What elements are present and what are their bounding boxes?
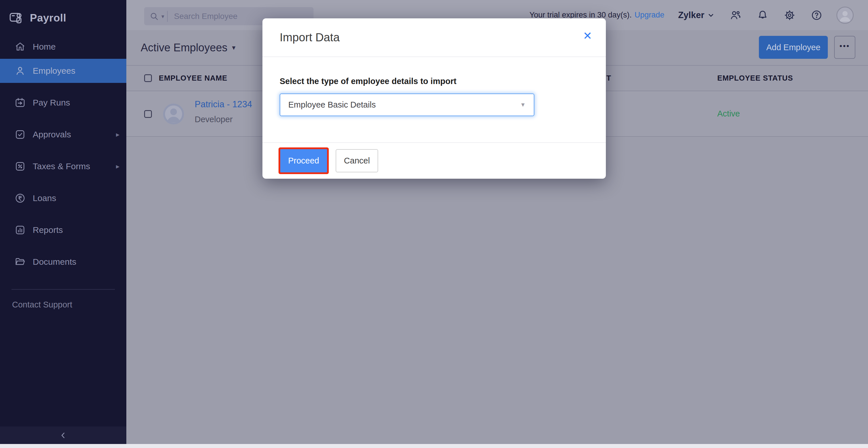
chevron-left-icon — [59, 431, 67, 440]
avatar-silhouette-icon — [837, 7, 853, 23]
app-root: Payroll Home Employees Pay Runs — [0, 0, 868, 448]
cancel-button[interactable]: Cancel — [336, 149, 378, 172]
avatar-silhouette-icon — [163, 104, 184, 125]
pay-runs-icon — [14, 97, 26, 108]
sidebar-item-label: Taxes & Forms — [33, 162, 90, 171]
approvals-icon — [14, 129, 26, 140]
modal-body: Select the type of employee details to i… — [262, 57, 606, 142]
bottom-strip — [0, 444, 868, 448]
proceed-button[interactable]: Proceed — [280, 149, 327, 172]
sidebar-item-approvals[interactable]: Approvals ▸ — [0, 123, 126, 146]
sidebar-item-taxes-forms[interactable]: Taxes & Forms ▸ — [0, 154, 126, 178]
column-header-partial: T — [607, 66, 611, 91]
sidebar-nav: Home Employees Pay Runs Approvals — [0, 35, 126, 274]
settings-button[interactable] — [783, 9, 796, 21]
employees-icon — [14, 65, 26, 77]
users-icon — [730, 9, 742, 21]
sidebar-item-label: Pay Runs — [33, 98, 70, 108]
sidebar-item-loans[interactable]: Loans — [0, 186, 126, 210]
search-scope-caret-icon[interactable]: ▾ — [161, 13, 164, 20]
sidebar-item-documents[interactable]: Documents — [0, 250, 126, 274]
brand-name: Payroll — [30, 12, 66, 24]
sidebar-item-label: Home — [33, 42, 56, 51]
import-data-modal: Import Data ✕ Select the type of employe… — [262, 19, 606, 179]
search-divider — [167, 11, 168, 22]
modal-footer: Proceed Cancel — [262, 142, 606, 179]
sidebar-item-reports[interactable]: Reports — [0, 218, 126, 242]
select-caret-icon: ▼ — [520, 102, 526, 108]
payroll-logo-icon — [9, 11, 24, 26]
sidebar-item-label: Approvals — [33, 130, 71, 139]
caret-down-icon: ▾ — [232, 44, 236, 51]
sidebar-item-home[interactable]: Home — [0, 35, 126, 59]
chevron-right-icon: ▸ — [116, 162, 119, 170]
taxes-forms-icon — [14, 161, 26, 172]
employee-status-badge: Active — [717, 91, 740, 136]
import-type-label: Select the type of employee details to i… — [280, 77, 589, 86]
org-switcher[interactable]: Zylker — [678, 10, 715, 20]
employee-role: Developer — [195, 115, 232, 124]
loans-icon — [14, 193, 26, 204]
add-employee-button[interactable]: Add Employee — [759, 36, 828, 59]
home-icon — [14, 41, 26, 53]
view-selector[interactable]: Active Employees ▾ — [141, 30, 236, 65]
app-logo: Payroll — [0, 0, 126, 29]
ellipsis-icon: ••• — [840, 42, 850, 50]
employee-name-link[interactable]: Patricia - 1234 — [195, 99, 252, 110]
user-avatar[interactable] — [836, 7, 854, 24]
sidebar-divider — [11, 289, 115, 290]
contact-support-link[interactable]: Contact Support — [12, 300, 72, 309]
reports-icon — [14, 224, 26, 236]
help-icon — [811, 9, 823, 21]
sidebar: Payroll Home Employees Pay Runs — [0, 0, 126, 448]
search-icon — [149, 11, 159, 21]
page-title: Active Employees — [141, 42, 227, 54]
sidebar-item-label: Loans — [33, 193, 56, 203]
sidebar-item-pay-runs[interactable]: Pay Runs — [0, 91, 126, 115]
notifications-button[interactable] — [756, 9, 769, 21]
column-header-employee-status[interactable]: EMPLOYEE STATUS — [717, 66, 793, 91]
row-checkbox[interactable] — [144, 110, 152, 118]
employee-avatar — [163, 104, 184, 125]
sidebar-item-label: Employees — [33, 66, 75, 76]
column-header-employee-name[interactable]: EMPLOYEE NAME — [159, 66, 227, 91]
bell-icon — [756, 9, 769, 21]
sidebar-item-employees[interactable]: Employees — [0, 59, 126, 83]
documents-icon — [14, 256, 26, 268]
org-name: Zylker — [678, 10, 704, 20]
gear-icon — [783, 9, 796, 21]
select-all-checkbox[interactable] — [144, 74, 152, 82]
users-button[interactable] — [730, 9, 742, 21]
import-type-select[interactable]: Employee Basic Details ▼ — [280, 94, 534, 116]
modal-title: Import Data — [280, 31, 340, 44]
sidebar-collapse-button[interactable] — [0, 426, 126, 444]
modal-header: Import Data ✕ — [262, 19, 606, 57]
sidebar-item-label: Documents — [33, 257, 76, 267]
chevron-right-icon: ▸ — [116, 131, 119, 139]
sidebar-item-label: Reports — [33, 225, 63, 235]
import-type-selected-value: Employee Basic Details — [288, 100, 376, 110]
chevron-down-icon — [707, 11, 715, 19]
close-icon[interactable]: ✕ — [583, 30, 592, 41]
more-actions-button[interactable]: ••• — [834, 36, 856, 59]
upgrade-link[interactable]: Upgrade — [634, 11, 664, 20]
help-button[interactable] — [811, 9, 823, 21]
